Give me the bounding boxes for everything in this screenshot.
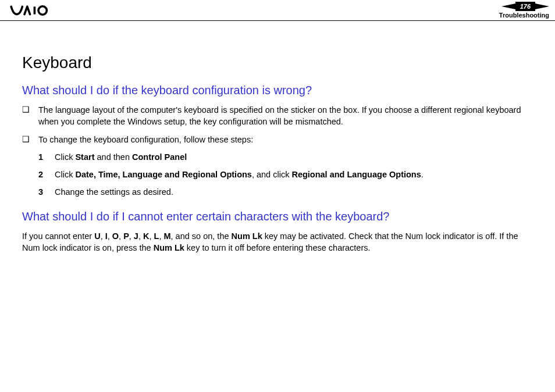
- bold-text: O: [112, 231, 119, 241]
- page-header: 176 Troubleshooting: [0, 0, 555, 21]
- bullet-marker-icon: ❑: [22, 104, 38, 128]
- svg-rect-0: [34, 6, 36, 14]
- bold-text: Num Lk: [154, 243, 184, 252]
- section-label: Troubleshooting: [499, 12, 549, 19]
- bullet-text: To change the keyboard configuration, fo…: [38, 134, 533, 145]
- list-item: 2 Click Date, Time, Language and Regiona…: [38, 169, 533, 180]
- page-title: Keyboard: [22, 54, 533, 72]
- text: , and click: [252, 170, 292, 179]
- text: ,: [119, 231, 123, 241]
- svg-point-1: [38, 6, 47, 14]
- page-number: 176: [515, 2, 535, 11]
- bold-text: Num Lk: [232, 231, 262, 241]
- step-number: 1: [38, 151, 55, 163]
- bold-text: Start: [75, 152, 94, 162]
- step-text: Change the settings as desired.: [55, 186, 533, 198]
- page-content: Keyboard What should I do if the keyboar…: [0, 21, 555, 254]
- text: ,: [129, 231, 134, 241]
- text: and then: [95, 152, 133, 162]
- bold-text: P: [123, 231, 129, 241]
- bold-text: Regional and Language Options: [291, 170, 421, 179]
- bold-text: Control Panel: [132, 152, 187, 162]
- page-nav: 176: [501, 2, 549, 11]
- list-item: 3 Change the settings as desired.: [38, 186, 533, 198]
- text: If you cannot enter: [22, 231, 94, 241]
- svg-marker-2: [501, 3, 515, 9]
- list-item: 1 Click Start and then Control Panel: [38, 151, 533, 163]
- step-number: 3: [38, 186, 55, 198]
- text: key to turn it off before entering these…: [184, 243, 371, 252]
- text: .: [421, 170, 424, 179]
- vaio-logo: [9, 5, 67, 16]
- step-text: Click Date, Time, Language and Regional …: [55, 169, 533, 180]
- text: Click: [55, 170, 75, 179]
- svg-marker-3: [535, 3, 549, 9]
- bold-text: J: [134, 231, 138, 241]
- text: ,: [149, 231, 154, 241]
- text: , and so on, the: [171, 231, 232, 241]
- question-2-heading: What should I do if I cannot enter certa…: [22, 210, 533, 223]
- nav-prev-icon[interactable]: [501, 2, 515, 11]
- text: ,: [138, 231, 143, 241]
- bullet-text: The language layout of the computer's ke…: [38, 104, 533, 128]
- step-text: Click Start and then Control Panel: [55, 151, 533, 163]
- bold-text: Date, Time, Language and Regional Option…: [75, 170, 251, 179]
- nav-next-icon[interactable]: [535, 2, 549, 11]
- bullet-item: ❑ To change the keyboard configuration, …: [22, 134, 533, 145]
- step-number: 2: [38, 169, 55, 180]
- bold-text: M: [163, 231, 170, 241]
- header-right: 176 Troubleshooting: [499, 2, 549, 19]
- text: ,: [101, 231, 105, 241]
- bullet-marker-icon: ❑: [22, 134, 38, 145]
- bold-text: U: [94, 231, 100, 241]
- text: ,: [108, 231, 112, 241]
- question-1-heading: What should I do if the keyboard configu…: [22, 84, 533, 97]
- numbered-list: 1 Click Start and then Control Panel 2 C…: [38, 151, 533, 198]
- paragraph: If you cannot enter U, I, O, P, J, K, L,…: [22, 230, 533, 254]
- bold-text: K: [143, 231, 149, 241]
- bullet-item: ❑ The language layout of the computer's …: [22, 104, 533, 128]
- text: Click: [55, 152, 75, 162]
